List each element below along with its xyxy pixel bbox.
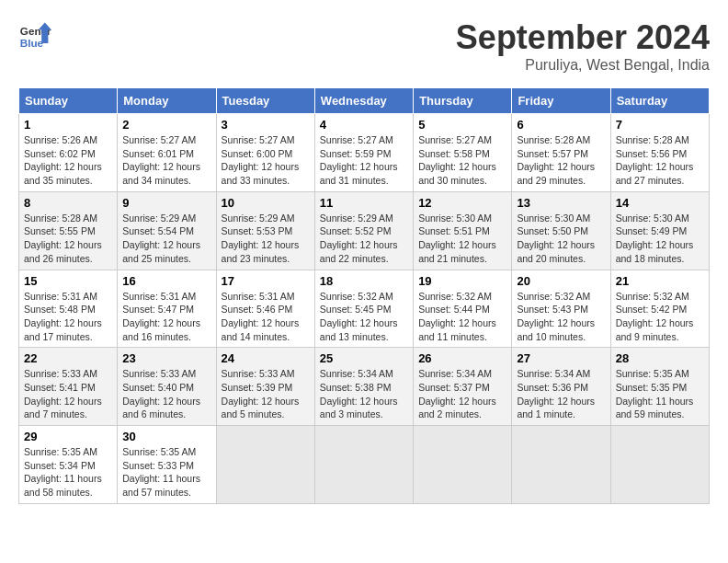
day-info: Sunrise: 5:31 AM Sunset: 5:46 PM Dayligh…	[222, 290, 310, 344]
calendar-cell: 9Sunrise: 5:29 AM Sunset: 5:54 PM Daylig…	[118, 191, 216, 270]
calendar-week-row: 8Sunrise: 5:28 AM Sunset: 5:55 PM Daylig…	[19, 191, 710, 270]
day-info: Sunrise: 5:29 AM Sunset: 5:53 PM Dayligh…	[222, 212, 310, 266]
calendar-cell: 28Sunrise: 5:35 AM Sunset: 5:35 PM Dayli…	[610, 348, 709, 426]
day-info: Sunrise: 5:31 AM Sunset: 5:48 PM Dayligh…	[24, 290, 112, 344]
calendar-cell	[414, 426, 512, 504]
calendar-table: SundayMondayTuesdayWednesdayThursdayFrid…	[18, 87, 710, 504]
calendar-cell: 13Sunrise: 5:30 AM Sunset: 5:50 PM Dayli…	[512, 191, 610, 270]
day-number: 9	[122, 196, 210, 210]
day-info: Sunrise: 5:29 AM Sunset: 5:54 PM Dayligh…	[122, 212, 210, 266]
day-number: 6	[517, 118, 605, 132]
month-title: September 2024	[456, 18, 710, 57]
calendar-cell	[314, 426, 413, 504]
calendar-cell: 26Sunrise: 5:34 AM Sunset: 5:37 PM Dayli…	[414, 348, 512, 426]
day-number: 2	[122, 118, 210, 132]
logo-icon: General Blue	[18, 18, 51, 52]
day-info: Sunrise: 5:27 AM Sunset: 5:58 PM Dayligh…	[418, 133, 506, 188]
calendar-cell: 3Sunrise: 5:27 AM Sunset: 6:00 PM Daylig…	[216, 114, 314, 192]
calendar-cell: 8Sunrise: 5:28 AM Sunset: 5:55 PM Daylig…	[19, 191, 118, 270]
day-number: 5	[418, 118, 506, 132]
day-info: Sunrise: 5:26 AM Sunset: 6:02 PM Dayligh…	[24, 133, 112, 188]
day-info: Sunrise: 5:30 AM Sunset: 5:50 PM Dayligh…	[517, 212, 605, 266]
day-info: Sunrise: 5:34 AM Sunset: 5:38 PM Dayligh…	[320, 367, 408, 421]
day-info: Sunrise: 5:31 AM Sunset: 5:47 PM Dayligh…	[122, 290, 210, 344]
day-number: 21	[616, 274, 704, 288]
calendar-cell: 14Sunrise: 5:30 AM Sunset: 5:49 PM Dayli…	[610, 191, 709, 270]
day-info: Sunrise: 5:34 AM Sunset: 5:36 PM Dayligh…	[517, 367, 605, 421]
location-title: Puruliya, West Bengal, India	[456, 57, 710, 74]
title-block: September 2024 Puruliya, West Bengal, In…	[456, 18, 710, 74]
day-info: Sunrise: 5:28 AM Sunset: 5:57 PM Dayligh…	[517, 133, 605, 188]
day-info: Sunrise: 5:32 AM Sunset: 5:45 PM Dayligh…	[320, 290, 408, 344]
day-number: 19	[418, 274, 506, 288]
weekday-header-wednesday: Wednesday	[314, 88, 413, 114]
day-number: 16	[122, 274, 210, 288]
day-number: 23	[122, 351, 210, 365]
calendar-cell: 10Sunrise: 5:29 AM Sunset: 5:53 PM Dayli…	[216, 191, 314, 270]
day-number: 26	[418, 351, 506, 365]
weekday-header-tuesday: Tuesday	[216, 88, 314, 114]
calendar-cell: 5Sunrise: 5:27 AM Sunset: 5:58 PM Daylig…	[414, 114, 512, 192]
day-number: 25	[320, 351, 408, 365]
day-info: Sunrise: 5:30 AM Sunset: 5:51 PM Dayligh…	[418, 212, 506, 266]
calendar-week-row: 15Sunrise: 5:31 AM Sunset: 5:48 PM Dayli…	[19, 270, 710, 348]
day-info: Sunrise: 5:34 AM Sunset: 5:37 PM Dayligh…	[418, 367, 506, 421]
calendar-cell: 12Sunrise: 5:30 AM Sunset: 5:51 PM Dayli…	[414, 191, 512, 270]
page-header: General Blue September 2024 Puruliya, We…	[18, 18, 710, 74]
day-info: Sunrise: 5:27 AM Sunset: 5:59 PM Dayligh…	[320, 133, 408, 188]
calendar-cell	[216, 426, 314, 504]
day-number: 4	[320, 118, 408, 132]
calendar-header-row: SundayMondayTuesdayWednesdayThursdayFrid…	[19, 88, 710, 114]
day-info: Sunrise: 5:30 AM Sunset: 5:49 PM Dayligh…	[616, 212, 704, 266]
day-number: 18	[320, 274, 408, 288]
day-info: Sunrise: 5:33 AM Sunset: 5:39 PM Dayligh…	[222, 367, 310, 421]
calendar-cell: 11Sunrise: 5:29 AM Sunset: 5:52 PM Dayli…	[314, 191, 413, 270]
calendar-cell: 7Sunrise: 5:28 AM Sunset: 5:56 PM Daylig…	[610, 114, 709, 192]
logo: General Blue	[18, 18, 51, 52]
calendar-week-row: 22Sunrise: 5:33 AM Sunset: 5:41 PM Dayli…	[19, 348, 710, 426]
weekday-header-sunday: Sunday	[19, 88, 118, 114]
day-number: 15	[24, 274, 112, 288]
day-info: Sunrise: 5:35 AM Sunset: 5:35 PM Dayligh…	[616, 367, 704, 421]
day-info: Sunrise: 5:32 AM Sunset: 5:43 PM Dayligh…	[517, 290, 605, 344]
day-info: Sunrise: 5:27 AM Sunset: 6:01 PM Dayligh…	[122, 133, 210, 188]
calendar-week-row: 29Sunrise: 5:35 AM Sunset: 5:34 PM Dayli…	[19, 426, 710, 504]
day-number: 11	[320, 196, 408, 210]
day-number: 8	[24, 196, 112, 210]
calendar-cell: 20Sunrise: 5:32 AM Sunset: 5:43 PM Dayli…	[512, 270, 610, 348]
day-info: Sunrise: 5:33 AM Sunset: 5:40 PM Dayligh…	[122, 367, 210, 421]
calendar-cell: 22Sunrise: 5:33 AM Sunset: 5:41 PM Dayli…	[19, 348, 118, 426]
svg-text:Blue: Blue	[20, 37, 44, 49]
calendar-cell: 17Sunrise: 5:31 AM Sunset: 5:46 PM Dayli…	[216, 270, 314, 348]
day-number: 17	[222, 274, 310, 288]
weekday-header-saturday: Saturday	[610, 88, 709, 114]
calendar-cell	[610, 426, 709, 504]
day-number: 14	[616, 196, 704, 210]
day-info: Sunrise: 5:33 AM Sunset: 5:41 PM Dayligh…	[24, 367, 112, 421]
calendar-cell: 19Sunrise: 5:32 AM Sunset: 5:44 PM Dayli…	[414, 270, 512, 348]
calendar-cell: 4Sunrise: 5:27 AM Sunset: 5:59 PM Daylig…	[314, 114, 413, 192]
day-number: 24	[222, 351, 310, 365]
calendar-cell: 21Sunrise: 5:32 AM Sunset: 5:42 PM Dayli…	[610, 270, 709, 348]
calendar-cell: 29Sunrise: 5:35 AM Sunset: 5:34 PM Dayli…	[19, 426, 118, 504]
day-number: 28	[616, 351, 704, 365]
day-info: Sunrise: 5:32 AM Sunset: 5:44 PM Dayligh…	[418, 290, 506, 344]
day-number: 22	[24, 351, 112, 365]
calendar-cell: 24Sunrise: 5:33 AM Sunset: 5:39 PM Dayli…	[216, 348, 314, 426]
day-info: Sunrise: 5:32 AM Sunset: 5:42 PM Dayligh…	[616, 290, 704, 344]
day-info: Sunrise: 5:35 AM Sunset: 5:33 PM Dayligh…	[122, 445, 210, 500]
weekday-header-friday: Friday	[512, 88, 610, 114]
calendar-cell: 23Sunrise: 5:33 AM Sunset: 5:40 PM Dayli…	[118, 348, 216, 426]
day-number: 13	[517, 196, 605, 210]
weekday-header-thursday: Thursday	[414, 88, 512, 114]
calendar-cell: 27Sunrise: 5:34 AM Sunset: 5:36 PM Dayli…	[512, 348, 610, 426]
calendar-cell: 30Sunrise: 5:35 AM Sunset: 5:33 PM Dayli…	[118, 426, 216, 504]
day-number: 12	[418, 196, 506, 210]
calendar-cell: 25Sunrise: 5:34 AM Sunset: 5:38 PM Dayli…	[314, 348, 413, 426]
day-number: 29	[24, 430, 112, 443]
calendar-week-row: 1Sunrise: 5:26 AM Sunset: 6:02 PM Daylig…	[19, 114, 710, 192]
day-number: 20	[517, 274, 605, 288]
day-number: 30	[122, 430, 210, 443]
calendar-cell: 6Sunrise: 5:28 AM Sunset: 5:57 PM Daylig…	[512, 114, 610, 192]
calendar-cell: 18Sunrise: 5:32 AM Sunset: 5:45 PM Dayli…	[314, 270, 413, 348]
